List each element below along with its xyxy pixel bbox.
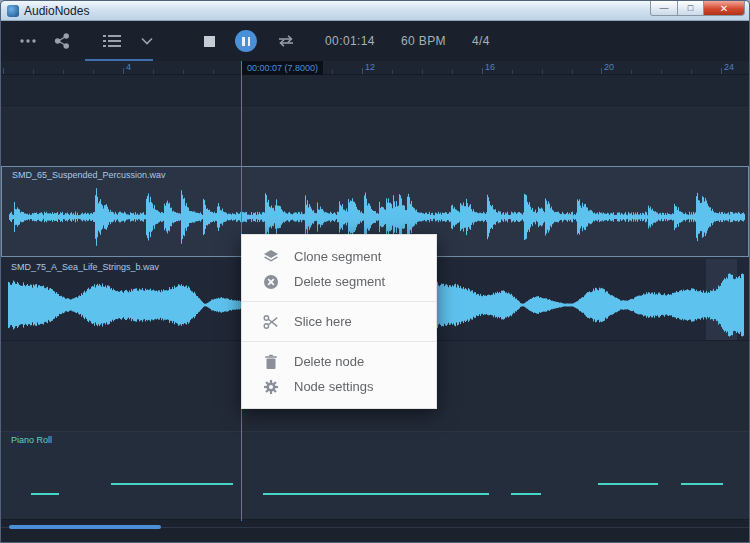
ellipsis-icon bbox=[19, 38, 37, 44]
piano-roll-label: Piano Roll bbox=[11, 435, 52, 445]
ruler-tick bbox=[93, 70, 94, 74]
menu-item-slice-here[interactable]: Slice here bbox=[242, 309, 436, 334]
empty-lane[interactable] bbox=[1, 75, 749, 106]
ruler-tick bbox=[332, 70, 333, 74]
midi-note[interactable] bbox=[263, 493, 489, 495]
loop-icon bbox=[276, 34, 296, 48]
menu-item-label: Delete node bbox=[294, 354, 364, 369]
ruler-tick bbox=[631, 70, 632, 74]
playhead-time-marker: 00:00:07 (7.8000) bbox=[242, 61, 323, 75]
titlebar: AudioNodes — □ ✕ bbox=[1, 1, 749, 21]
menu-item-label: Slice here bbox=[294, 314, 352, 329]
ruler-tick bbox=[63, 70, 64, 74]
piano-roll-lane[interactable]: Piano Roll bbox=[1, 431, 749, 519]
share-button[interactable] bbox=[49, 21, 75, 61]
trash-icon bbox=[263, 354, 279, 370]
ruler-tick-label: 24 bbox=[724, 62, 734, 72]
ruler-tick-label: 4 bbox=[126, 62, 131, 72]
gear-icon bbox=[263, 379, 279, 395]
ruler-tick bbox=[123, 68, 124, 74]
ruler-tick bbox=[3, 68, 4, 74]
ruler-tick bbox=[183, 70, 184, 74]
window-title: AudioNodes bbox=[24, 4, 89, 18]
menu-divider bbox=[242, 301, 436, 302]
menu-item-clone-segment[interactable]: Clone segment bbox=[242, 244, 436, 269]
menu-item-label: Delete segment bbox=[294, 274, 385, 289]
playlist-icon bbox=[103, 34, 121, 48]
bpm-display[interactable]: 60 BPM bbox=[401, 34, 446, 48]
ruler-tick bbox=[213, 70, 214, 74]
menu-item-delete-segment[interactable]: Delete segment bbox=[242, 269, 436, 294]
ruler-tick bbox=[153, 70, 154, 74]
ruler-tick bbox=[721, 68, 722, 74]
midi-note[interactable] bbox=[31, 493, 59, 495]
ruler-tick-label: 20 bbox=[604, 62, 614, 72]
window-controls: — □ ✕ bbox=[650, 1, 745, 16]
ruler-tick bbox=[392, 70, 393, 74]
minimize-button[interactable]: — bbox=[650, 1, 678, 16]
ruler-tick-label: 16 bbox=[485, 62, 495, 72]
ruler-tick bbox=[362, 68, 363, 74]
share-icon bbox=[54, 33, 70, 49]
menu-item-label: Clone segment bbox=[294, 249, 381, 264]
midi-note[interactable] bbox=[681, 483, 723, 485]
menu-divider bbox=[242, 341, 436, 342]
chevron-down-icon bbox=[141, 37, 153, 45]
view-dropdown-button[interactable] bbox=[133, 21, 161, 61]
menu-item-delete-node[interactable]: Delete node bbox=[242, 349, 436, 374]
pause-button[interactable] bbox=[233, 21, 259, 61]
time-signature-display[interactable]: 4/4 bbox=[472, 34, 490, 48]
app-window: AudioNodes — □ ✕ 00:01:14 60 bbox=[0, 0, 750, 543]
ruler-tick-label: 12 bbox=[365, 62, 375, 72]
pause-icon bbox=[235, 30, 257, 52]
horizontal-scrollbar[interactable] bbox=[1, 519, 749, 542]
loop-button[interactable] bbox=[271, 21, 301, 61]
sequencer-list-button[interactable] bbox=[97, 21, 127, 61]
menu-item-node-settings[interactable]: Node settings bbox=[242, 374, 436, 399]
midi-note[interactable] bbox=[111, 483, 233, 485]
menu-item-label: Node settings bbox=[294, 379, 374, 394]
track-percussion-label: SMD_65_Suspended_Percussion.wav bbox=[12, 170, 166, 180]
ruler-tick bbox=[572, 70, 573, 74]
ruler-tick bbox=[33, 70, 34, 74]
clone-icon bbox=[263, 249, 279, 265]
delete-segment-icon bbox=[263, 274, 279, 290]
overflow-menu-button[interactable] bbox=[15, 21, 41, 61]
track-strings-label: SMD_75_A_Sea_Life_Strings_b.wav bbox=[11, 262, 159, 272]
stop-button[interactable] bbox=[197, 21, 221, 61]
ruler-tick bbox=[691, 70, 692, 74]
ruler-tick bbox=[422, 70, 423, 74]
time-display: 00:01:14 bbox=[325, 34, 375, 48]
context-menu: Clone segment Delete segment Slice here … bbox=[241, 234, 437, 409]
stop-icon bbox=[204, 36, 215, 47]
ruler-tick bbox=[601, 68, 602, 74]
ruler[interactable]: 00:00:07 (7.8000) 412162024 bbox=[1, 61, 749, 75]
midi-note[interactable] bbox=[598, 483, 658, 485]
ruler-tick bbox=[661, 70, 662, 74]
ruler-tick bbox=[482, 68, 483, 74]
scissors-icon bbox=[263, 314, 279, 330]
scrollbar-thumb[interactable] bbox=[9, 525, 161, 529]
ruler-tick bbox=[452, 70, 453, 74]
ruler-tick bbox=[512, 70, 513, 74]
app-icon bbox=[7, 5, 19, 17]
ruler-tick bbox=[542, 70, 543, 74]
midi-note[interactable] bbox=[511, 493, 541, 495]
toolbar: 00:01:14 60 BPM 4/4 bbox=[1, 21, 749, 61]
close-button[interactable]: ✕ bbox=[703, 1, 745, 16]
maximize-button[interactable]: □ bbox=[677, 1, 704, 16]
